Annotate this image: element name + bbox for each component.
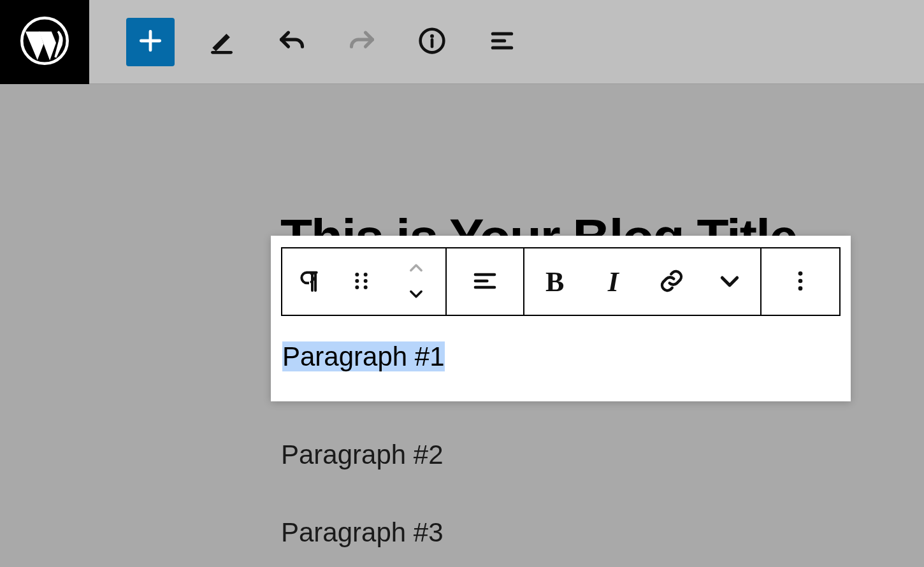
editor-top-toolbar (0, 0, 924, 84)
block-toolbar: B I (281, 247, 841, 316)
chevron-down-icon (406, 285, 426, 305)
move-up-button[interactable] (397, 256, 435, 282)
active-block: B I (271, 236, 851, 401)
redo-button[interactable] (339, 19, 385, 65)
block-options-button[interactable] (781, 256, 819, 307)
align-button[interactable] (466, 256, 504, 307)
paragraph-icon (296, 268, 322, 296)
paragraph-block[interactable]: Paragraph #3 (281, 517, 444, 548)
svg-point-4 (364, 273, 368, 276)
chevron-up-icon (406, 259, 426, 279)
editor-canvas: This is Your Blog Title (0, 84, 924, 567)
svg-point-2 (430, 34, 434, 38)
svg-point-9 (798, 271, 803, 276)
chevron-down-icon (717, 268, 742, 296)
bold-icon: B (545, 266, 564, 298)
move-down-button[interactable] (397, 282, 435, 307)
top-toolbar-buttons (89, 18, 525, 66)
paragraph-block[interactable]: Paragraph #2 (281, 440, 444, 470)
block-toolbar-group-options (762, 248, 839, 315)
svg-point-11 (798, 286, 803, 291)
outline-icon (488, 27, 516, 57)
svg-point-3 (355, 273, 359, 276)
svg-point-8 (364, 285, 368, 289)
kebab-icon (788, 268, 813, 296)
more-formatting-button[interactable] (712, 256, 748, 307)
link-icon (659, 268, 684, 296)
link-button[interactable] (654, 256, 689, 307)
tools-button[interactable] (199, 19, 245, 65)
italic-button[interactable]: I (596, 256, 632, 307)
document-outline-button[interactable] (479, 19, 525, 65)
wordpress-logo-icon (20, 16, 69, 68)
svg-point-7 (355, 285, 359, 289)
undo-icon (278, 27, 306, 57)
italic-icon: I (608, 266, 619, 298)
block-toolbar-group-format: B I (524, 248, 762, 315)
paragraph-block-selected[interactable]: Paragraph #1 (271, 324, 851, 401)
selected-text: Paragraph #1 (282, 341, 445, 371)
add-block-button[interactable] (126, 18, 175, 66)
info-icon (418, 27, 446, 57)
redo-icon (348, 27, 376, 57)
pencil-icon (208, 27, 236, 57)
wordpress-logo-button[interactable] (0, 0, 89, 84)
undo-button[interactable] (269, 19, 315, 65)
block-type-button[interactable] (292, 256, 326, 307)
move-block-controls (397, 256, 435, 307)
svg-point-5 (355, 279, 359, 283)
block-toolbar-group-block (282, 248, 447, 315)
drag-handle-button[interactable] (345, 256, 378, 307)
document-info-button[interactable] (409, 19, 455, 65)
drag-handle-icon (349, 268, 374, 296)
plus-icon (136, 27, 164, 57)
svg-point-10 (798, 278, 803, 283)
svg-point-6 (364, 279, 368, 283)
block-toolbar-group-align (447, 248, 524, 315)
bold-button[interactable]: B (537, 256, 573, 307)
align-left-icon (472, 268, 498, 296)
